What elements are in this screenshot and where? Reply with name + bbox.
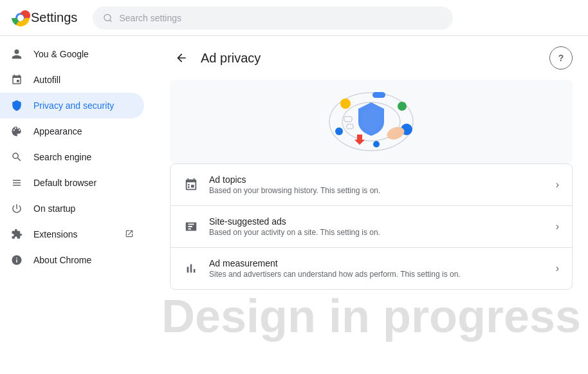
sidebar-item-about-chrome[interactable]: About Chrome [0, 247, 144, 273]
sidebar-item-default-browser[interactable]: Default browser [0, 170, 144, 196]
app-title: Settings [31, 10, 77, 25]
info-icon [10, 254, 23, 266]
ad-topics-desc: Based on your browsing history. This set… [209, 186, 546, 195]
page-title: Ad privacy [201, 51, 261, 66]
main-layout: You & Google Autofill Privacy and securi… [0, 36, 588, 374]
page-header-left: Ad privacy [170, 46, 261, 70]
sidebar-item-appearance[interactable]: Appearance [0, 118, 144, 144]
external-link-icon [125, 229, 134, 240]
sidebar-item-privacy-security[interactable]: Privacy and security [0, 93, 144, 118]
puzzle-icon [10, 228, 23, 241]
power-icon [10, 202, 23, 215]
svg-rect-13 [344, 117, 352, 122]
ad-topics-text: Ad topics Based on your browsing history… [209, 174, 546, 195]
settings-list: Ad topics Based on your browsing history… [170, 164, 573, 290]
svg-point-16 [188, 186, 190, 188]
ad-privacy-illustration [307, 83, 436, 160]
help-button[interactable]: ? [549, 46, 573, 70]
svg-rect-14 [347, 124, 353, 129]
header: Settings [0, 0, 588, 36]
ad-topics-arrow: › [556, 179, 559, 191]
settings-item-site-suggested-ads[interactable]: Site-suggested ads Based on your activit… [170, 206, 572, 248]
sidebar-label-extensions: Extensions [33, 229, 115, 239]
ad-measurement-title: Ad measurement [209, 258, 546, 268]
settings-item-ad-topics[interactable]: Ad topics Based on your browsing history… [170, 164, 572, 206]
hero-illustration [170, 80, 573, 164]
sidebar-item-you-google[interactable]: You & Google [0, 41, 144, 67]
settings-item-ad-measurement[interactable]: Ad measurement Sites and advertisers can… [170, 248, 572, 289]
site-ads-text: Site-suggested ads Based on your activit… [209, 216, 546, 237]
sidebar-item-search-engine[interactable]: Search engine [0, 144, 144, 170]
site-ads-icon [183, 219, 199, 234]
sidebar-label-default-browser: Default browser [33, 178, 134, 188]
sidebar-item-extensions[interactable]: Extensions [0, 221, 144, 247]
svg-point-5 [340, 98, 351, 109]
sidebar-label-you-google: You & Google [33, 49, 134, 59]
person-icon [10, 48, 23, 61]
autofill-icon [10, 73, 23, 86]
search-bar[interactable] [93, 6, 453, 30]
content-inner: Ad privacy ? [154, 36, 588, 300]
sidebar: You & Google Autofill Privacy and securi… [0, 36, 154, 374]
svg-point-12 [373, 141, 380, 147]
svg-point-15 [188, 184, 190, 186]
svg-point-8 [335, 127, 343, 135]
svg-point-2 [104, 14, 111, 21]
chart-icon [183, 261, 199, 276]
shield-icon [10, 99, 23, 112]
sidebar-label-on-startup: On startup [33, 203, 134, 214]
ad-measurement-arrow: › [556, 263, 559, 274]
sidebar-item-autofill[interactable]: Autofill [0, 67, 144, 93]
page-header: Ad privacy ? [170, 46, 573, 70]
svg-rect-9 [372, 92, 385, 98]
ad-measurement-text: Ad measurement Sites and advertisers can… [209, 258, 546, 279]
svg-marker-11 [354, 135, 365, 145]
content-area: Ad privacy ? [154, 36, 588, 374]
sidebar-label-autofill: Autofill [33, 75, 134, 85]
sidebar-item-on-startup[interactable]: On startup [0, 196, 144, 221]
sidebar-label-privacy-security: Privacy and security [33, 100, 134, 111]
palette-icon [10, 125, 23, 138]
site-ads-arrow: › [556, 221, 559, 232]
chrome-logo [10, 8, 31, 28]
svg-point-1 [17, 15, 24, 21]
site-ads-title: Site-suggested ads [209, 216, 546, 227]
search-engine-icon [10, 151, 23, 164]
site-ads-desc: Based on your activity on a site. This s… [209, 228, 546, 237]
ad-topics-icon [183, 177, 199, 192]
ad-topics-title: Ad topics [209, 174, 546, 185]
sidebar-label-appearance: Appearance [33, 126, 134, 136]
back-button[interactable] [170, 46, 193, 70]
ad-measurement-desc: Sites and advertisers can understand how… [209, 270, 546, 279]
svg-point-6 [398, 102, 407, 111]
browser-icon [10, 176, 23, 189]
sidebar-label-about-chrome: About Chrome [33, 255, 134, 265]
sidebar-label-search-engine: Search engine [33, 152, 134, 162]
search-input[interactable] [120, 13, 443, 23]
search-icon [103, 13, 113, 23]
